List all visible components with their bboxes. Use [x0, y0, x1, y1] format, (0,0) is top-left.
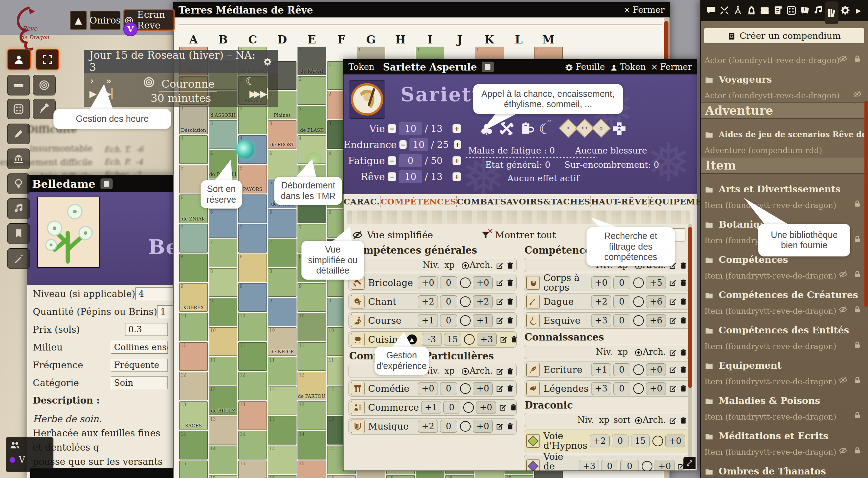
sidebar-collapse-button[interactable]: ▶ [852, 2, 865, 19]
delete-skill-button[interactable] [680, 317, 687, 324]
decrement-button[interactable]: − [399, 140, 407, 149]
sheet-config-button[interactable]: Feuille [565, 62, 605, 72]
arch-input[interactable]: +2 [473, 295, 493, 308]
roll-button[interactable] [633, 296, 644, 307]
skill-row[interactable]: Légendes+30+0 [524, 380, 690, 397]
skill-row[interactable]: Comédie+00+0 [348, 380, 517, 397]
sidebar-tab-music-icon[interactable] [812, 2, 825, 19]
edit-skill-button[interactable] [500, 336, 507, 343]
tool-ruler-icon[interactable] [7, 75, 30, 95]
skill-row[interactable]: Voie de Narcos+300+0 [524, 455, 690, 471]
xp-input[interactable]: 0 [440, 314, 457, 327]
tool-bookmark-icon[interactable] [7, 223, 30, 244]
map-window-header[interactable]: Terres Médianes de Rêve × Fermer [174, 2, 670, 17]
stat-value-field[interactable]: 10 [399, 122, 422, 135]
arch-input[interactable]: +3 [477, 333, 497, 346]
delete-skill-button[interactable] [510, 404, 517, 411]
roll-button[interactable] [633, 277, 644, 288]
tool-dice-icon[interactable] [7, 99, 30, 119]
trash-icon[interactable] [506, 260, 514, 270]
delete-skill-button[interactable] [680, 366, 687, 374]
decrement-button[interactable]: − [388, 172, 396, 181]
token-button[interactable]: Token [610, 62, 646, 72]
status-load-icon[interactable] [611, 121, 627, 136]
compendium-folder[interactable]: Arts et Divertissements [704, 184, 864, 194]
skill-row[interactable]: Course+10+1 [348, 312, 517, 329]
pack-eye-slash-icon[interactable] [839, 269, 847, 279]
pack-eye-slash-icon[interactable] [839, 446, 847, 455]
archive-up-icon[interactable] [634, 347, 643, 357]
edit-skill-button[interactable] [669, 366, 677, 374]
token-menu[interactable]: Token [348, 62, 374, 72]
tool-wand-icon[interactable] [7, 248, 30, 269]
arch-input[interactable]: +5 [646, 276, 666, 289]
compendium-folder[interactable]: Maladies & Poisons [704, 395, 864, 406]
tool-music-icon[interactable] [7, 198, 30, 219]
niv-input[interactable]: +2 [591, 295, 611, 308]
arch-input[interactable]: +0 [473, 420, 493, 433]
status-clover-icon[interactable]: ♣ [480, 121, 494, 139]
collapse-nav-button[interactable]: ▲ [70, 11, 87, 30]
skill-row[interactable]: Bricolage+00+0 [348, 275, 517, 291]
arch-input[interactable]: +0 [646, 363, 666, 376]
compendium-folder[interactable]: Equipement [704, 360, 864, 371]
pack-eye-slash-icon[interactable] [839, 375, 847, 384]
arch-input[interactable]: +0 [665, 435, 685, 447]
arch-input[interactable]: +6 [646, 295, 666, 308]
compendium-folder[interactable]: Méditations et Ecrits [704, 431, 864, 441]
sidebar-tab-dice-icon[interactable] [785, 2, 798, 19]
edit-skill-button[interactable] [496, 422, 503, 430]
edit-icon[interactable] [669, 347, 677, 357]
compendium-folder[interactable]: Voyageurs [704, 74, 864, 85]
compendium-folder[interactable]: Aides de jeu de scenarios Rêve de Dragon… [704, 129, 864, 140]
stat-value-field[interactable]: 0 [399, 154, 422, 167]
pack-lock-icon[interactable] [853, 305, 862, 314]
archive-up-icon[interactable] [461, 260, 470, 270]
trash-icon[interactable] [680, 347, 687, 357]
xp-input[interactable]: 0 [613, 382, 630, 395]
tool-pencil-icon[interactable] [7, 124, 30, 144]
sidebar-tab-scroll-icon[interactable] [771, 2, 785, 19]
arch-input[interactable]: +0 [476, 401, 496, 414]
tab-comp-tences[interactable]: COMPÉTENCES [380, 196, 456, 207]
niv-input[interactable]: +2 [418, 420, 438, 433]
sidebar-tab-cards-icon[interactable] [798, 2, 812, 19]
trash-icon[interactable] [680, 260, 687, 270]
sidebar-tab-books-icon[interactable] [825, 1, 838, 24]
experience-up-icon[interactable]: ▲ [407, 334, 417, 344]
delete-skill-button[interactable] [510, 336, 517, 343]
players-list[interactable]: V [6, 437, 53, 472]
roll-button[interactable] [642, 461, 652, 471]
sort-input[interactable]: 15 [631, 435, 650, 447]
montrer-tout-label[interactable]: Montrer tout [495, 230, 556, 240]
roll-button[interactable] [460, 383, 471, 394]
belledame-window-header[interactable]: Belledame [27, 175, 174, 192]
xp-input[interactable]: 0 [613, 314, 630, 327]
status-moon-icon[interactable]: ☾ᶻᶻ [539, 121, 552, 137]
create-compendium-button[interactable]: Créer un compendium [704, 28, 864, 43]
pack-lock-icon[interactable] [853, 340, 862, 349]
tool-bulb-icon[interactable] [7, 173, 30, 194]
skill-row[interactable]: Corps à corps+00+5 [524, 275, 690, 291]
roll-button[interactable] [464, 334, 475, 345]
step-forward-icon[interactable]: › [90, 76, 94, 86]
xp-input[interactable]: 0 [601, 460, 618, 471]
roll-button[interactable] [463, 402, 474, 413]
niv-input[interactable]: +0 [591, 276, 611, 289]
pack-lock-icon[interactable] [853, 234, 862, 243]
skill-row[interactable]: Cuisine▲-315+3 [348, 331, 517, 348]
niv-input[interactable]: +1 [418, 314, 438, 327]
stat-value-field[interactable]: 10 [409, 138, 428, 151]
delete-skill-button[interactable] [680, 279, 687, 287]
sidebar-tab-chat-icon[interactable] [704, 2, 718, 19]
skill-row[interactable]: Ecriture+10+0 [524, 362, 690, 378]
niv-input[interactable]: +0 [418, 382, 438, 395]
sheet-scrollbar-thumb[interactable] [688, 227, 692, 388]
delete-skill-button[interactable] [506, 298, 514, 306]
skill-row[interactable]: Dague+20+6 [524, 293, 690, 310]
pack-eye-slash-icon[interactable] [839, 305, 847, 314]
tool-pencil-ruler-icon[interactable] [33, 99, 56, 119]
fast-forward-icon[interactable]: » [106, 76, 112, 86]
status-wound-badge-3[interactable]: ø [594, 121, 608, 135]
skill-row[interactable]: Chant+20+2 [348, 293, 517, 310]
